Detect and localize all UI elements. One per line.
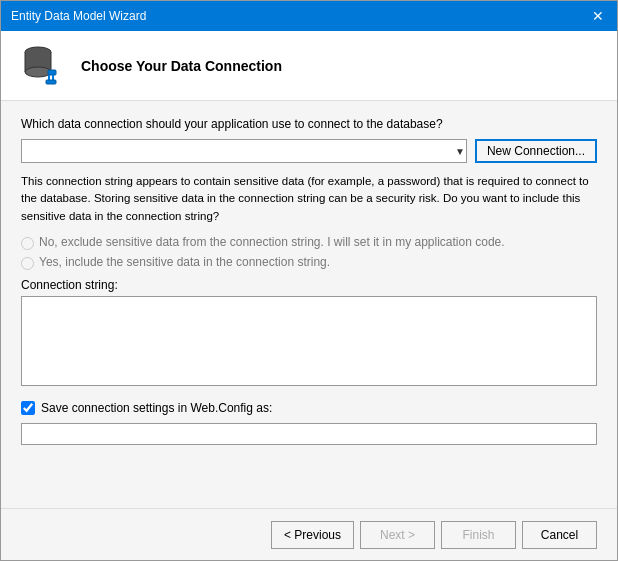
connection-string-label: Connection string: — [21, 278, 597, 292]
finish-button[interactable]: Finish — [441, 521, 516, 549]
connection-dropdown[interactable] — [21, 139, 467, 163]
connection-dropdown-wrapper: ▼ — [21, 139, 467, 163]
save-input-row — [21, 423, 597, 445]
svg-rect-8 — [46, 80, 56, 84]
radio-yes-option: Yes, include the sensitive data in the c… — [21, 255, 597, 270]
header-title: Choose Your Data Connection — [81, 58, 282, 74]
radio-yes-label: Yes, include the sensitive data in the c… — [39, 255, 330, 269]
wizard-content: Which data connection should your applic… — [1, 101, 617, 508]
close-button[interactable]: ✕ — [589, 7, 607, 25]
window-title: Entity Data Model Wizard — [11, 9, 146, 23]
radio-no-input[interactable] — [21, 237, 34, 250]
connection-string-textarea[interactable] — [21, 296, 597, 386]
new-connection-button[interactable]: New Connection... — [475, 139, 597, 163]
save-row: Save connection settings in Web.Config a… — [21, 401, 597, 415]
wizard-header: Choose Your Data Connection — [1, 31, 617, 101]
title-bar: Entity Data Model Wizard ✕ — [1, 1, 617, 31]
svg-rect-5 — [48, 70, 56, 75]
radio-no-option: No, exclude sensitive data from the conn… — [21, 235, 597, 250]
radio-no-label: No, exclude sensitive data from the conn… — [39, 235, 505, 249]
svg-point-2 — [25, 67, 51, 77]
sensitive-data-info: This connection string appears to contai… — [21, 173, 597, 225]
cancel-button[interactable]: Cancel — [522, 521, 597, 549]
wizard-window: Entity Data Model Wizard ✕ Choose Your D… — [0, 0, 618, 561]
save-checkbox[interactable] — [21, 401, 35, 415]
wizard-footer: < Previous Next > Finish Cancel — [1, 508, 617, 560]
connection-question: Which data connection should your applic… — [21, 117, 597, 131]
save-name-input[interactable] — [21, 423, 597, 445]
connection-select-row: ▼ New Connection... — [21, 139, 597, 163]
next-button[interactable]: Next > — [360, 521, 435, 549]
previous-button[interactable]: < Previous — [271, 521, 354, 549]
save-label: Save connection settings in Web.Config a… — [41, 401, 272, 415]
wizard-icon — [17, 41, 67, 91]
radio-yes-input[interactable] — [21, 257, 34, 270]
